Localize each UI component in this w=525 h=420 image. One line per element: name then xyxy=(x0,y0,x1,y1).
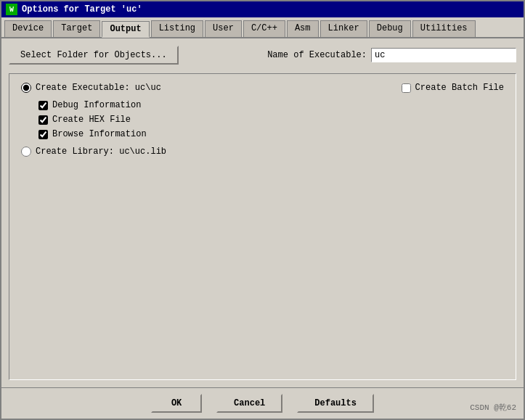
create-library-item: Create Library: uc\uc.lib xyxy=(21,147,504,157)
name-executable-label: Name of Executable: xyxy=(267,50,367,60)
name-executable-input[interactable] xyxy=(371,48,516,62)
tab-asm[interactable]: Asm xyxy=(287,20,319,37)
main-panel: Create Batch File Create Executable: uc\… xyxy=(9,73,516,380)
tab-output[interactable]: Output xyxy=(102,21,149,38)
content-area: Select Folder for Objects... Name of Exe… xyxy=(1,38,524,387)
create-hex-checkbox[interactable] xyxy=(38,115,48,125)
tab-device[interactable]: Device xyxy=(4,20,52,37)
tab-user[interactable]: User xyxy=(205,20,242,37)
tab-cpp[interactable]: C/C++ xyxy=(243,20,285,37)
tab-bar: Device Target Output Listing User C/C++ … xyxy=(1,17,524,38)
bottom-bar: OK Cancel Defaults CSDN @乾62 xyxy=(1,387,524,419)
create-executable-label: Create Executable: uc\uc xyxy=(36,83,161,93)
browse-info-item: Browse Information xyxy=(38,129,504,139)
tab-linker[interactable]: Linker xyxy=(320,20,367,37)
create-executable-radio[interactable] xyxy=(21,83,31,93)
window-title: Options for Target 'uc' xyxy=(22,4,519,15)
tab-listing[interactable]: Listing xyxy=(151,20,203,37)
create-batch-label: Create Batch File xyxy=(415,83,504,93)
create-library-radio[interactable] xyxy=(21,147,31,157)
create-hex-item: Create HEX File xyxy=(38,115,504,125)
create-library-label: Create Library: uc\uc.lib xyxy=(36,147,166,157)
select-folder-button[interactable]: Select Folder for Objects... xyxy=(9,46,179,65)
title-bar: W Options for Target 'uc' xyxy=(1,1,524,17)
browse-info-label: Browse Information xyxy=(52,129,147,139)
tab-debug[interactable]: Debug xyxy=(369,20,411,37)
main-window: W Options for Target 'uc' Device Target … xyxy=(0,0,525,420)
watermark-text: CSDN @乾62 xyxy=(470,402,516,413)
debug-info-label: Debug Information xyxy=(52,100,141,110)
browse-info-checkbox[interactable] xyxy=(38,130,48,139)
name-executable-row: Name of Executable: xyxy=(267,48,516,62)
create-batch-area: Create Batch File xyxy=(402,83,504,93)
debug-info-checkbox[interactable] xyxy=(38,101,48,110)
app-icon: W xyxy=(6,4,17,15)
tab-utilities[interactable]: Utilities xyxy=(412,20,476,37)
create-batch-checkbox[interactable] xyxy=(402,83,411,93)
cancel-button[interactable]: Cancel xyxy=(216,394,282,413)
top-row: Select Folder for Objects... Name of Exe… xyxy=(9,46,516,65)
create-hex-label: Create HEX File xyxy=(52,115,131,125)
checkbox-group: Debug Information Create HEX File Browse… xyxy=(38,100,504,139)
radio-group: Create Executable: uc\uc Debug Informati… xyxy=(21,83,504,157)
defaults-button[interactable]: Defaults xyxy=(297,394,374,413)
ok-button[interactable]: OK xyxy=(151,394,202,413)
tab-target[interactable]: Target xyxy=(53,20,100,37)
debug-info-item: Debug Information xyxy=(38,100,504,110)
